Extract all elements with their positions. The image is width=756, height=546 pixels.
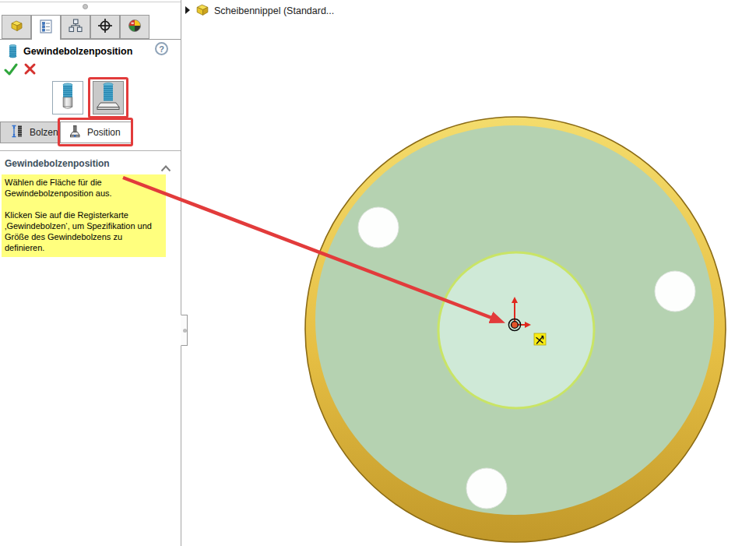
tab-bolzen-label: Bolzen — [30, 127, 58, 138]
stud-plain-button[interactable] — [52, 81, 83, 114]
resize-handle-dot — [183, 329, 187, 333]
target-icon — [97, 18, 113, 37]
section-header[interactable]: Gewindebolzenposition — [5, 158, 110, 169]
tab-position[interactable]: Position — [60, 122, 132, 143]
bolt-dimension-icon — [11, 124, 24, 141]
property-list-icon — [38, 19, 54, 37]
panel-divider — [0, 150, 181, 151]
dimxpertmanager-tab[interactable] — [90, 15, 120, 39]
chevron-up-icon[interactable] — [160, 161, 171, 175]
stud-on-plate-small-icon — [68, 125, 82, 141]
tab-position-label: Position — [87, 127, 121, 138]
part-icon — [195, 2, 210, 19]
instruction-note: Wählen die Fläche für die Gewindebolzenp… — [2, 174, 166, 257]
bolt-hole[interactable] — [358, 207, 399, 248]
check-icon — [4, 65, 18, 79]
note-paragraph-1: Wählen die Fläche für die Gewindebolzenp… — [5, 177, 163, 199]
tabbar-underline — [0, 39, 181, 40]
panel-resize-handle[interactable] — [181, 315, 188, 346]
panel-splitter-line — [0, 2, 181, 2]
solidworks-window: Gewindebolzenposition ? — [0, 0, 756, 546]
tree-item-label[interactable]: Scheibennippel (Standard... — [214, 5, 334, 16]
stud-on-plate-icon — [95, 82, 121, 114]
panel-splitter-handle[interactable] — [83, 4, 88, 9]
threaded-stud-icon — [7, 44, 19, 62]
propertymanager-tab[interactable] — [31, 15, 61, 40]
configurationmanager-tab[interactable] — [61, 15, 90, 39]
flyout-feature-tree[interactable]: Scheibennippel (Standard... — [185, 2, 334, 19]
stud-on-plate-button[interactable] — [93, 81, 124, 114]
ok-button[interactable] — [4, 62, 18, 79]
appearance-sphere-icon — [127, 18, 142, 37]
x-icon — [23, 65, 37, 78]
help-icon[interactable]: ? — [155, 42, 168, 55]
stud-icon — [56, 82, 79, 114]
property-manager-title: Gewindebolzenposition — [23, 46, 132, 57]
bolt-hole[interactable] — [655, 271, 695, 312]
bolt-hole[interactable] — [466, 468, 507, 509]
property-manager-panel: Gewindebolzenposition ? — [0, 0, 181, 546]
tab-bolzen[interactable]: Bolzen — [0, 122, 60, 143]
displaymanager-tab[interactable] — [120, 15, 149, 39]
config-tree-icon — [68, 18, 83, 37]
note-paragraph-2: Klicken Sie auf die Registerkarte ‚Gewin… — [5, 210, 163, 253]
expand-arrow-icon[interactable] — [185, 4, 191, 18]
scheibennippel-part[interactable] — [305, 117, 726, 542]
featuremanager-tab[interactable] — [2, 15, 31, 39]
cancel-button[interactable] — [23, 62, 37, 79]
part-icon — [9, 19, 24, 35]
sketch-point-icon[interactable] — [534, 333, 546, 345]
